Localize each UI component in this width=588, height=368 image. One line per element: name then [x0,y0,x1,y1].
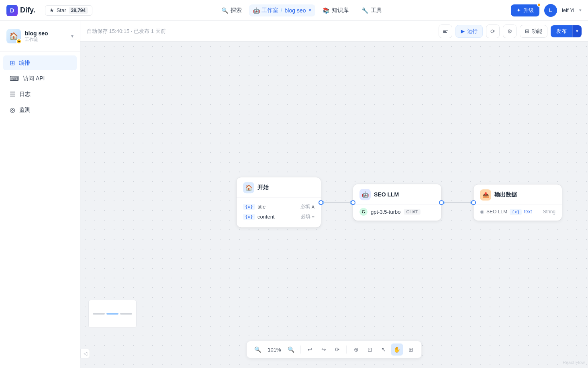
undo-icon: ↩ [308,346,312,353]
features-button[interactable]: ⊞ 功能 [520,25,547,38]
sidebar-item-api[interactable]: ⌨ 访问 API [3,71,77,86]
breadcrumb-sep: / [281,7,282,14]
start-node-icon: 🏠 [243,182,254,193]
select-icon: ↖ [381,346,386,353]
history-btn[interactable]: ⟳ [331,343,343,356]
breadcrumb-dropdown-icon[interactable]: ▾ [309,8,311,13]
toolbar-divider-2 [347,346,347,354]
publish-label: 发布 [556,28,567,34]
minimap-bar-3 [120,313,132,315]
add-node-button[interactable]: ⊕ [350,343,362,356]
canvas-grid[interactable]: 🏠 开始 {x} title 必填 Α [80,42,588,368]
req-icon-content: ≡ [312,215,314,219]
knowledge-icon: 📚 [323,7,329,14]
sidebar-divider [0,51,80,52]
collapse-icon: ◁ [84,351,87,356]
app-info: blog seo 工作流 [25,30,67,43]
logs-icon: ☰ [10,90,15,98]
api-label: 访问 API [23,75,45,82]
select-tool-button[interactable]: ↖ [378,343,390,356]
llm-node-icon: 🤖 [359,189,371,200]
app-icon-badge: ✦ [16,39,22,44]
canvas-area: 自动保存 15:40:15 · 已发布 1 天前 ▶ 运行 ⟳ ⚙ [80,21,588,368]
user-label[interactable]: leif Yi [562,7,574,13]
star-label: Star [57,7,66,13]
model-badge: CHAT [404,209,420,215]
layout-icon: ⊞ [408,346,413,353]
hand-icon: ✋ [394,346,400,353]
react-flow-watermark: React Flow [563,360,585,365]
logs-label: 日志 [19,91,31,98]
run-button[interactable]: ▶ 运行 [455,25,483,38]
arrange-label: 编排 [19,59,30,67]
nav-knowledge[interactable]: 📚 知识库 [317,4,354,16]
publish-button[interactable]: 发布 [551,25,572,37]
explore-label: 探索 [231,7,242,14]
logo-area[interactable]: D Dify. [6,5,35,16]
hand-tool-button[interactable]: ✋ [391,343,403,356]
env-button[interactable] [439,25,452,38]
minimap [88,300,137,328]
zoom-in-button[interactable]: 🔍 [285,343,297,356]
upgrade-button[interactable]: ✦ 升级 [511,4,539,16]
output-node-input-port [471,200,476,205]
output-var-name: text [524,209,532,215]
user-avatar[interactable]: L [544,4,557,17]
model-name: gpt-3.5-turbo [371,209,400,215]
zoom-out-button[interactable]: 🔍 [251,343,263,356]
features-label: 功能 [532,28,542,35]
output-node-icon: 📤 [480,189,491,200]
app-header[interactable]: 🏠 ✦ blog seo 工作流 ▾ [0,26,80,50]
undo-button[interactable]: ↩ [304,343,316,356]
history-icon: ⟳ [335,346,340,353]
fit-view-icon: ⊡ [368,346,372,353]
start-field-title: {x} title 必填 Α [243,202,314,212]
nav-tools[interactable]: 🔧 工具 [356,4,388,16]
tools-icon: 🔧 [361,7,368,14]
svg-rect-2 [443,32,447,33]
app-type: 工作流 [25,37,67,43]
nav-right: ✦ 升级 L leif Yi ▾ [511,4,582,17]
nav-workspace[interactable]: 🤖 工作室 / blog seo ▾ [249,4,316,16]
user-dropdown-icon[interactable]: ▾ [579,8,582,13]
var-name-content: content [257,214,275,220]
req-icon-title: Α [312,204,314,209]
start-var-content: {x} content [243,214,275,220]
llm-model-row: G gpt-3.5-turbo CHAT [353,204,441,221]
output-node[interactable]: 📤 输出数据 ◉ SEO LLM {x} text String [474,184,562,221]
workspace-icon: 🤖 [253,7,260,14]
output-source: SEO LLM [486,209,507,215]
layout-button[interactable]: ⊞ [405,343,417,356]
settings-button[interactable]: ⚙ [503,25,517,38]
model-icon: G [359,208,368,216]
start-field-content: {x} content 必填 ≡ [243,212,314,222]
zoom-in-icon: 🔍 [288,346,294,353]
history-button[interactable]: ⟳ [486,25,500,38]
svg-rect-1 [443,31,446,32]
sidebar-item-arrange[interactable]: ⊞ 编排 [3,55,77,70]
var-tag-content: {x} [243,214,255,220]
app-name: blog seo [25,30,67,37]
publish-dropdown-button[interactable]: ▾ [572,25,582,37]
start-node-output-port [318,200,323,205]
redo-icon: ↪ [321,346,326,353]
sidebar-collapse-button[interactable]: ◁ [80,349,90,358]
logo-icon: D [6,5,18,16]
star-button[interactable]: ★ Star 38,794 [45,5,93,16]
sidebar-item-monitor[interactable]: ◎ 监测 [3,102,77,117]
workspace-label: 工作室 [261,7,278,14]
nav-explore[interactable]: 🔍 探索 [216,4,247,16]
llm-node-header: 🤖 SEO LLM [353,184,441,204]
sidebar-item-logs[interactable]: ☰ 日志 [3,87,77,102]
add-node-icon: ⊕ [354,346,359,353]
minimap-bar-2 [106,313,118,315]
svg-rect-0 [443,30,448,31]
fit-view-button[interactable]: ⊡ [364,343,376,356]
app-icon: 🏠 ✦ [6,29,21,43]
var-tag-title: {x} [243,204,255,210]
canvas-toolbar: 自动保存 15:40:15 · 已发布 1 天前 ▶ 运行 ⟳ ⚙ [80,21,588,42]
redo-button[interactable]: ↪ [318,343,330,356]
llm-node[interactable]: 🤖 SEO LLM G gpt-3.5-turbo CHAT [353,184,441,221]
start-node[interactable]: 🏠 开始 {x} title 必填 Α [237,177,321,227]
main-layout: 🏠 ✦ blog seo 工作流 ▾ ⊞ 编排 ⌨ 访问 API ☰ 日志 ◎ … [0,21,588,368]
